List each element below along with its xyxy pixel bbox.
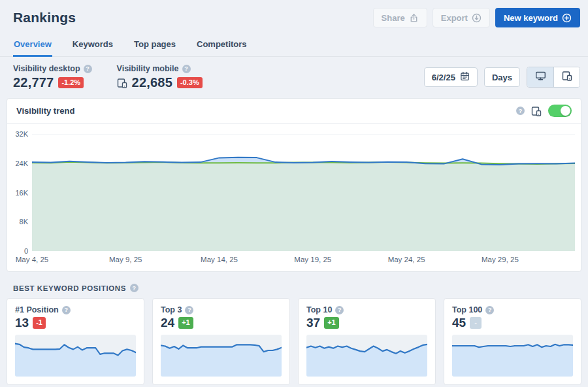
- visibility-trend-card: Visibility trend ? 08K16K24K32K May 4, 2…: [7, 98, 581, 272]
- granularity-button[interactable]: Days: [484, 67, 520, 87]
- best-keyword-positions-header: BEST KEYWORD POSITIONS ?: [13, 284, 575, 292]
- y-tick-label: 8K: [10, 218, 28, 226]
- visibility-mobile-change-badge: -0.3%: [177, 77, 203, 88]
- y-tick-label: 24K: [10, 160, 28, 167]
- x-tick-label: May 9, 25: [109, 256, 142, 263]
- share-icon: [409, 13, 419, 23]
- keyword-card-1-position[interactable]: #1 Position ? 13 -1: [7, 298, 144, 385]
- sparkline-chart: [161, 335, 282, 377]
- nav-tabs: Overview Keywords Top pages Competitors: [0, 34, 588, 57]
- keyword-card-top-3[interactable]: Top 3 ? 24 +1: [152, 298, 290, 385]
- help-icon[interactable]: ?: [516, 107, 525, 115]
- y-tick-label: 32K: [10, 130, 28, 138]
- toggle-knob: [561, 106, 570, 116]
- y-tick-label: 0: [10, 247, 28, 255]
- new-keyword-button[interactable]: New keyword: [495, 8, 580, 27]
- plus-circle-icon: [562, 13, 572, 23]
- page-header: Rankings Share Export New keyw: [0, 0, 588, 27]
- x-tick-label: May 29, 25: [482, 256, 519, 263]
- export-button-label: Export: [441, 13, 468, 23]
- visibility-mobile-metric: Visibility mobile ? 22,685 -0.3%: [117, 64, 203, 90]
- share-button[interactable]: Share: [373, 8, 427, 27]
- visibility-trend-title: Visibility trend: [16, 106, 74, 116]
- device-segmented-control: [527, 67, 580, 88]
- help-icon[interactable]: ?: [84, 65, 92, 73]
- card-value: 13: [15, 316, 29, 330]
- card-value: 37: [306, 316, 320, 330]
- help-icon[interactable]: ?: [130, 284, 139, 292]
- card-label: #1 Position: [15, 305, 59, 314]
- devices-icon: [562, 71, 572, 84]
- tab-overview[interactable]: Overview: [13, 34, 52, 57]
- visibility-trend-header: Visibility trend ?: [7, 99, 581, 124]
- x-tick-label: May 24, 25: [388, 256, 425, 263]
- visibility-desktop-change-badge: -1.2%: [58, 77, 84, 88]
- device-mobile-button[interactable]: [553, 67, 580, 87]
- keyword-card-top-100[interactable]: Top 100 ? 45 -: [444, 298, 581, 385]
- help-icon[interactable]: ?: [485, 306, 494, 314]
- devices-icon: [531, 106, 542, 116]
- card-value: 45: [452, 316, 466, 330]
- devices-icon: [117, 78, 127, 88]
- card-change-badge: +1: [178, 317, 193, 328]
- help-icon[interactable]: ?: [182, 65, 191, 73]
- keyword-position-cards: #1 Position ? 13 -1 Top 3 ? 24 +1: [0, 298, 588, 385]
- calendar-icon: [460, 71, 470, 83]
- x-tick-label: May 14, 25: [201, 256, 238, 263]
- mobile-overlay-toggle[interactable]: [548, 105, 572, 117]
- card-change-badge: -1: [33, 317, 46, 328]
- x-tick-label: May 4, 25: [16, 256, 49, 263]
- share-button-label: Share: [382, 13, 405, 23]
- device-desktop-button[interactable]: [527, 67, 553, 87]
- rankings-page: Rankings Share Export New keyw: [0, 0, 588, 387]
- visibility-trend-plot[interactable]: [32, 134, 575, 251]
- visibility-desktop-label: Visibility desktop: [13, 64, 80, 73]
- card-label: Top 10: [306, 305, 332, 314]
- sparkline-chart: [15, 335, 136, 377]
- x-tick-label: May 19, 25: [294, 256, 331, 263]
- date-picker-value: 6/2/25: [432, 73, 455, 82]
- export-button[interactable]: Export: [433, 8, 490, 27]
- new-keyword-button-label: New keyword: [504, 13, 558, 23]
- chart-controls: 6/2/25 Days: [424, 67, 580, 88]
- visibility-desktop-metric: Visibility desktop ? 22,777 -1.2%: [13, 64, 92, 90]
- card-change-badge: +1: [324, 317, 339, 328]
- card-label: Top 100: [452, 305, 482, 314]
- header-actions: Share Export New keyword: [373, 8, 580, 27]
- date-picker-button[interactable]: 6/2/25: [424, 67, 478, 87]
- visibility-mobile-value: 22,685: [132, 75, 172, 90]
- section-title-text: BEST KEYWORD POSITIONS: [13, 284, 126, 292]
- tab-competitors[interactable]: Competitors: [196, 34, 248, 57]
- sparkline-chart: [306, 335, 427, 377]
- page-title: Rankings: [13, 10, 76, 25]
- card-label: Top 3: [161, 305, 182, 314]
- visibility-metrics: Visibility desktop ? 22,777 -1.2% Visibi…: [13, 64, 203, 90]
- visibility-mobile-label: Visibility mobile: [117, 64, 179, 73]
- granularity-value: Days: [492, 73, 512, 82]
- card-value: 24: [161, 316, 174, 330]
- y-tick-label: 16K: [10, 189, 28, 197]
- tab-keywords[interactable]: Keywords: [72, 34, 114, 57]
- trend-tools: ?: [516, 105, 572, 117]
- card-change-badge: -: [470, 317, 482, 328]
- help-icon[interactable]: ?: [62, 306, 71, 314]
- help-icon[interactable]: ?: [185, 306, 193, 314]
- monitor-icon: [535, 71, 546, 84]
- visibility-desktop-value: 22,777: [13, 75, 54, 90]
- metrics-row: Visibility desktop ? 22,777 -1.2% Visibi…: [0, 57, 588, 98]
- keyword-card-top-10[interactable]: Top 10 ? 37 +1: [298, 298, 436, 385]
- visibility-trend-chart: 08K16K24K32K May 4, 25May 9, 25May 14, 2…: [7, 124, 581, 271]
- tab-top-pages[interactable]: Top pages: [133, 34, 176, 57]
- download-circle-icon: [472, 13, 482, 23]
- help-icon[interactable]: ?: [335, 306, 344, 314]
- sparkline-chart: [452, 335, 573, 377]
